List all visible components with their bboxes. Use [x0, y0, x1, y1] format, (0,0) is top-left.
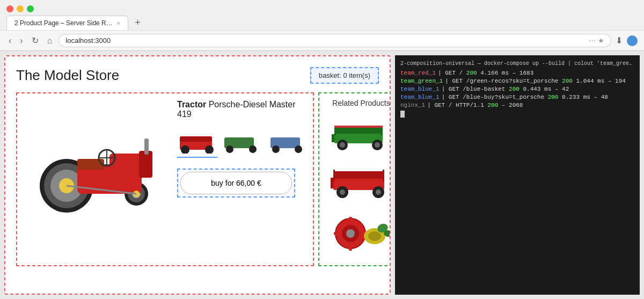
profile-icon: [627, 35, 638, 46]
svg-rect-36: [334, 126, 383, 128]
svg-rect-13: [144, 138, 149, 155]
terminal-team-3: team_blue_1: [400, 86, 440, 92]
svg-rect-51: [334, 232, 339, 235]
reload-btn[interactable]: ↻: [30, 34, 41, 47]
variant-3[interactable]: [266, 126, 306, 158]
svg-rect-44: [333, 170, 335, 181]
svg-point-32: [340, 142, 345, 148]
product-details: Tractor Porsche-Diesel Master 419: [177, 100, 306, 215]
traffic-light-yellow[interactable]: [17, 5, 24, 12]
svg-point-33: [375, 142, 380, 148]
new-tab-btn[interactable]: +: [133, 17, 143, 28]
traffic-light-red[interactable]: [6, 5, 13, 12]
related-products-title: Related Products: [325, 99, 391, 107]
svg-rect-50: [349, 245, 352, 251]
url-text: localhost:3000: [65, 37, 584, 45]
buy-button-wrapper: buy for 66,00 €: [177, 169, 295, 198]
store-header: The Model Store basket: 0 item(s): [16, 67, 379, 84]
terminal-cursor: [400, 111, 634, 119]
tab-title: 2 Product Page – Server Side R…: [14, 19, 113, 27]
svg-point-42: [340, 189, 345, 195]
buy-button[interactable]: buy for 66,00 €: [180, 172, 292, 194]
svg-rect-28: [334, 127, 383, 134]
related-item-1[interactable]: [325, 114, 391, 154]
related-item-3[interactable]: [325, 209, 391, 252]
terminal-team-5: nginx_1: [400, 102, 425, 108]
terminal-panel: 2-composition-universal — docker-compose…: [395, 55, 640, 295]
terminal-msg-1: | GET / 200 4.166 ms – 1683: [438, 70, 533, 76]
url-icons: ⋯ ★: [589, 37, 604, 45]
svg-rect-29: [332, 134, 334, 142]
product-title-bold: Tractor: [177, 100, 206, 109]
variant-1[interactable]: [177, 126, 217, 158]
home-btn[interactable]: ⌂: [45, 35, 55, 47]
svg-point-48: [346, 229, 355, 238]
browser-content: The Model Store basket: 0 item(s): [4, 55, 391, 295]
terminal-header: 2-composition-universal — docker-compose…: [400, 61, 634, 67]
svg-point-25: [272, 145, 280, 153]
tractor-image: [24, 100, 169, 215]
terminal-msg-2: | GET /green-recos?sku=t_porsche 200 1.0…: [445, 78, 626, 84]
variant-1-underline: [177, 157, 217, 158]
traffic-lights: [0, 0, 644, 16]
cursor-block: [400, 111, 405, 118]
terminal-line-4: team_blue_1 | GET /blue-buy?sku=t_porsch…: [400, 94, 634, 100]
product-content: Tractor Porsche-Diesel Master 419: [24, 100, 306, 215]
svg-point-26: [295, 145, 302, 153]
svg-rect-39: [331, 178, 333, 188]
terminal-msg-3: | GET /blue-basket 200 0.443 ms – 42: [442, 86, 569, 92]
svg-rect-38: [333, 171, 384, 179]
main-area: The Model Store basket: 0 item(s): [0, 51, 644, 299]
product-panel: Tractor Porsche-Diesel Master 419: [16, 92, 314, 266]
svg-rect-9: [77, 159, 104, 170]
terminal-line-3: team_blue_1 | GET /blue-basket 200 0.443…: [400, 86, 634, 92]
basket-button[interactable]: basket: 0 item(s): [310, 67, 379, 84]
svg-rect-18: [180, 136, 212, 142]
terminal-msg-5: | GET / HTTP/1.1 200 – 2068: [427, 102, 523, 108]
terminal-line-2: team_green_1 | GET /green-recos?sku=t_po…: [400, 78, 634, 84]
forward-btn[interactable]: ›: [18, 35, 25, 47]
terminal-msg-4: | GET /blue-buy?sku=t_porsche 200 0.233 …: [442, 94, 608, 100]
svg-rect-45: [383, 170, 384, 181]
address-bar: ‹ › ↻ ⌂ localhost:3000 ⋯ ★ ⬇: [0, 30, 644, 50]
svg-point-54: [368, 231, 381, 241]
terminal-line-5: nginx_1 | GET / HTTP/1.1 200 – 2068: [400, 102, 634, 108]
tab-close-btn[interactable]: ×: [117, 20, 120, 26]
svg-point-43: [376, 189, 381, 195]
svg-point-22: [226, 145, 233, 153]
svg-rect-49: [349, 217, 352, 222]
related-products-panel: Related Products: [318, 92, 391, 266]
download-btn[interactable]: ⬇: [616, 35, 623, 46]
product-section: Tractor Porsche-Diesel Master 419: [16, 92, 379, 266]
terminal-line-1: team_red_1 | GET / 200 4.166 ms – 1683: [400, 70, 634, 76]
product-title: Tractor Porsche-Diesel Master 419: [177, 100, 306, 119]
browser-chrome: 2 Product Page – Server Side R… × + ‹ › …: [0, 0, 644, 51]
terminal-team-2: team_green_1: [400, 78, 443, 84]
svg-rect-8: [139, 151, 152, 178]
traffic-light-green[interactable]: [27, 5, 34, 12]
terminal-team-1: team_red_1: [400, 70, 436, 76]
svg-point-23: [249, 145, 257, 153]
tractor-svg: [24, 100, 169, 213]
store-title: The Model Store: [16, 67, 119, 84]
terminal-team-4: team_blue_1: [400, 94, 440, 100]
variant-2[interactable]: [222, 126, 262, 158]
related-item-2[interactable]: [325, 162, 391, 202]
back-btn[interactable]: ‹: [6, 35, 13, 47]
active-tab[interactable]: 2 Product Page – Server Side R… ×: [6, 16, 128, 30]
product-variants: [177, 126, 306, 158]
url-bar[interactable]: localhost:3000 ⋯ ★: [58, 34, 611, 47]
tab-bar: 2 Product Page – Server Side R… × +: [0, 16, 644, 30]
